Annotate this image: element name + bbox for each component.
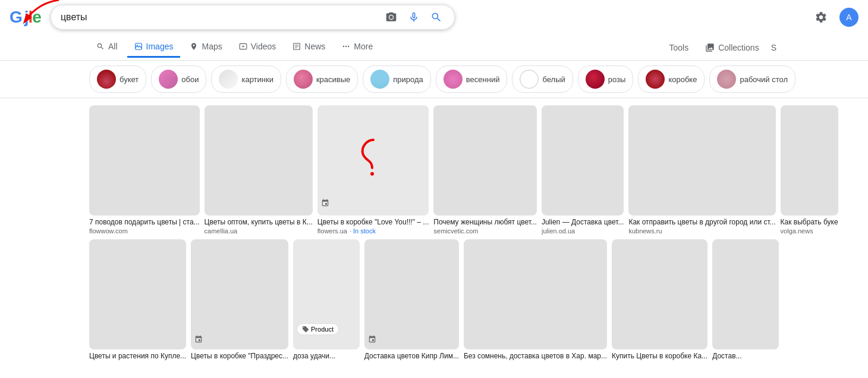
collections-icon [705,43,715,52]
nav-item-news[interactable]: News [285,37,332,58]
grid-cell-6[interactable]: Как отправить цветы в другой город или с… [628,105,775,235]
grid-cell-8[interactable]: Цветы и растения по Купле... [89,239,186,360]
img-box-9 [191,239,288,349]
search-nav-icon [96,42,105,51]
img-box-13 [612,239,707,349]
img-caption-3: Цветы в коробке "Love You!!!" – ... [317,218,429,226]
grid-cell-3[interactable]: Цветы в коробке "Love You!!!" – ... flow… [317,105,429,235]
chip-oboi[interactable]: обои [151,65,206,93]
images-nav-icon [134,42,143,51]
img-caption-14: Достав... [712,352,779,360]
svg-point-2 [137,45,138,46]
nav-more-label: More [354,42,373,51]
search-input[interactable] [61,12,376,23]
svg-point-8 [343,46,344,47]
chip-priroda-thumb [370,70,389,89]
chip-buket-label: букет [119,75,139,84]
chip-korobke-label: коробке [668,75,697,84]
grid-cell-13[interactable]: Купить Цветы в коробке Ка... [612,239,707,360]
grid-cell-7[interactable]: Как выбрать буке volga.news [781,105,838,235]
chip-vesennij[interactable]: весенний [436,65,508,93]
search-bar[interactable] [51,5,455,30]
chip-buket-thumb [97,70,116,89]
img-caption-11: Доставка цветов Кипр Лим... [364,352,459,360]
nav-item-more[interactable]: More [335,37,380,58]
chip-priroda-label: природа [393,75,423,84]
chip-oboi-thumb [159,70,178,89]
chip-rozy-label: розы [608,75,626,84]
grid-cell-9[interactable]: Цветы в коробке "Праздрес... [191,239,288,360]
chip-priroda[interactable]: природа [363,65,431,93]
img-box-11 [364,239,459,349]
chip-kartinki-thumb [219,70,238,89]
camera-search-button[interactable] [383,9,400,26]
chip-rabochij-stol[interactable]: рабочий стол [709,65,795,93]
chip-vesennij-thumb [444,70,463,89]
svg-point-10 [348,46,349,47]
img-box-12 [464,239,607,349]
img-box-1 [89,105,200,215]
more-nav-icon [342,42,350,51]
svg-point-11 [370,172,374,176]
search-submit-button[interactable] [428,9,445,26]
img-caption-1: 7 поводов подарить цветы | ста... [89,218,200,226]
nav-news-label: News [304,42,325,51]
chip-rabochij-stol-label: рабочий стол [740,75,788,84]
chip-korobke[interactable]: коробке [638,65,705,93]
chip-krasivye-thumb [294,70,313,89]
question-mark-icon [356,137,391,185]
chip-krasivye[interactable]: красивые [286,65,358,93]
chip-krasivye-label: красивые [316,75,350,84]
red-arrow [20,0,62,27]
maps-nav-icon [190,42,198,51]
chip-belyj-thumb [520,70,539,89]
svg-point-9 [345,46,347,47]
img-caption-7: Как выбрать буке [781,218,838,226]
settings-button[interactable] [812,8,830,26]
search-icon [430,11,442,23]
safe-search-label[interactable]: S [769,38,779,57]
chip-oboi-label: обои [181,75,199,84]
chip-kartinki[interactable]: картинки [211,65,281,93]
img-caption-12: Без сомнень, доставка цветов в Хар. мар.… [464,352,607,360]
img-source-2: camellia.ua [205,227,313,235]
img-box-6 [628,105,775,215]
img-source-3: flowers.ua · In stock [317,227,429,235]
chip-belyj[interactable]: белый [512,65,573,93]
img-caption-2: Цветы оптом, купить цветы в К... [205,218,313,226]
grid-cell-1[interactable]: 7 поводов подарить цветы | ста... flowwo… [89,105,200,235]
img-caption-9: Цветы в коробке "Праздрес... [191,352,288,360]
img-caption-8: Цветы и растения по Купле... [89,352,186,360]
voice-search-button[interactable] [405,9,422,26]
grid-cell-2[interactable]: Цветы оптом, купить цветы в К... camelli… [205,105,313,235]
chip-buket[interactable]: букет [89,65,146,93]
grid-cell-5[interactable]: Julien — Доставка цвет... julien.od.ua [542,105,624,235]
nav-all-label: All [108,42,118,51]
nav-item-maps[interactable]: Maps [183,37,229,58]
nav-item-images[interactable]: Images [127,37,181,58]
img-box-8 [89,239,186,349]
tools-button[interactable]: Tools [662,38,696,57]
grid-cell-14[interactable]: Достав... [712,239,779,360]
nav-images-label: Images [146,42,174,51]
chip-korobke-thumb [646,70,665,89]
img-box-14 [712,239,779,349]
grid-cell-10[interactable]: Product доза удачи... [293,239,360,360]
collections-button[interactable]: Collections [698,38,766,57]
img-box-7 [781,105,838,215]
videos-nav-icon [239,42,247,51]
header: G jle [0,0,868,35]
chip-rozy[interactable]: розы [578,65,634,93]
nav-item-videos[interactable]: Videos [232,37,284,58]
nav-item-all[interactable]: All [89,37,125,58]
avatar[interactable]: A [839,8,858,27]
img-caption-10: доза удачи... [293,352,360,360]
chip-rozy-thumb [586,70,605,89]
grid-cell-12[interactable]: Без сомнень, доставка цветов в Хар. мар.… [464,239,607,360]
chip-belyj-label: белый [542,75,565,84]
grid-cell-11[interactable]: Доставка цветов Кипр Лим... [364,239,459,360]
pin-icon-3 [321,199,329,210]
camera-icon [385,11,397,23]
grid-cell-4[interactable]: Почему женщины любят цвет... semicvetic.… [433,105,537,235]
chip-kartinki-label: картинки [241,75,273,84]
